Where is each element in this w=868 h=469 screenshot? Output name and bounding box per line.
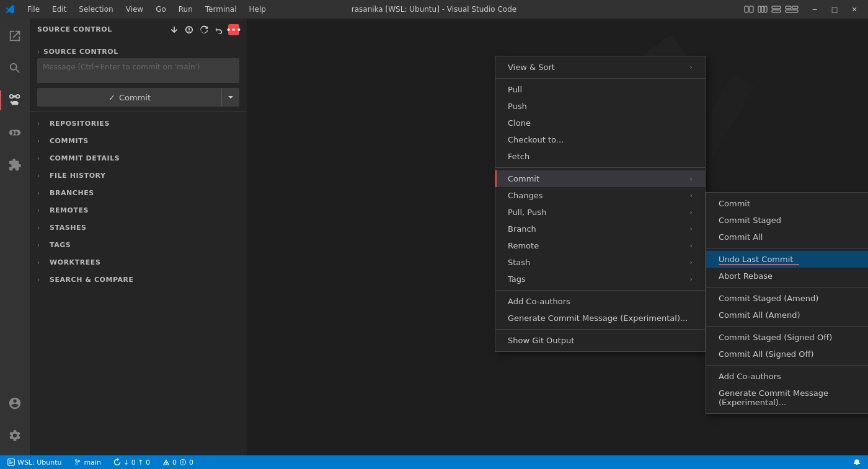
menu-fetch[interactable]: Fetch: [495, 148, 705, 165]
statusbar-warnings[interactable]: 0 0: [160, 455, 196, 469]
menu-show-git-output[interactable]: Show Git Output: [495, 332, 705, 349]
commit-button[interactable]: ✓ Commit: [38, 89, 221, 106]
commit-message-input[interactable]: Message (Ctrl+Enter to commit on 'main'): [37, 58, 239, 83]
submenu-generate-commit[interactable]: Generate Commit Message (Experimental)..…: [706, 385, 868, 411]
commit-submenu: Commit Commit Staged Commit All Undo Las…: [706, 192, 868, 414]
submenu-commit-staged-signed[interactable]: Commit Staged (Signed Off): [706, 329, 868, 346]
statusbar: WSL: Ubuntu main ↓ 0 ↑ 0 0 0: [0, 455, 868, 469]
menu-generate-commit[interactable]: Generate Commit Message (Experimental)..…: [495, 310, 705, 327]
sidebar: SOURCE CONTROL •••: [30, 19, 247, 455]
tree-label-commits: COMMITS: [50, 137, 89, 145]
submenu-commit-staged-amend[interactable]: Commit Staged (Amend): [706, 290, 868, 307]
tree-item-file-history[interactable]: › FILE HISTORY: [30, 167, 247, 184]
submenu-commit-staged[interactable]: Commit Staged: [706, 212, 868, 229]
statusbar-wsl[interactable]: WSL: Ubuntu: [5, 455, 64, 469]
menu-checkout[interactable]: Checkout to...: [495, 131, 705, 148]
menu-add-coauthors[interactable]: Add Co-authors: [495, 293, 705, 310]
submenu-undo-last-commit[interactable]: Undo Last Commit: [706, 251, 868, 268]
error-icon: [179, 458, 187, 466]
menu-view-sort-arrow: ›: [690, 63, 693, 71]
menu-selection[interactable]: Selection: [74, 4, 118, 15]
tree-item-stashes[interactable]: › STASHES: [30, 219, 247, 236]
tree-label-file-history: FILE HISTORY: [50, 172, 105, 180]
tree-item-worktrees[interactable]: › WORKTREES: [30, 253, 247, 271]
menu-terminal[interactable]: Terminal: [200, 4, 242, 15]
menu-view-sort[interactable]: View & Sort ›: [495, 59, 705, 76]
submenu-commit-all[interactable]: Commit All: [706, 229, 868, 245]
tree-label-remotes: REMOTES: [50, 206, 89, 214]
menu-file[interactable]: File: [22, 4, 45, 15]
statusbar-wsl-label: WSL: Ubuntu: [17, 458, 61, 467]
menu-push[interactable]: Push: [495, 98, 705, 115]
activity-search[interactable]: [0, 53, 30, 83]
menu-edit[interactable]: Edit: [47, 4, 71, 15]
menu-show-git-output-label: Show Git Output: [508, 336, 574, 345]
submenu-commit-all-amend[interactable]: Commit All (Amend): [706, 307, 868, 323]
tree-chevron-branches: ›: [37, 190, 46, 196]
close-button[interactable]: ✕: [846, 3, 863, 15]
menu-help[interactable]: Help: [244, 4, 271, 15]
tree-chevron-tags: ›: [37, 242, 46, 248]
submenu-abort-rebase[interactable]: Abort Rebase: [706, 268, 868, 284]
menu-pull[interactable]: Pull: [495, 81, 705, 98]
statusbar-sync[interactable]: ↓ 0 ↑ 0: [111, 455, 153, 469]
sidebar-action-discard[interactable]: [184, 24, 195, 35]
tree-item-commits[interactable]: › COMMITS: [30, 132, 247, 149]
statusbar-notifications[interactable]: [851, 455, 863, 469]
sidebar-action-changes[interactable]: [169, 24, 180, 35]
menu-commit[interactable]: Commit ›: [495, 170, 705, 187]
tree-item-branches[interactable]: › BRANCHES: [30, 184, 247, 201]
tree-chevron-repositories: ›: [37, 120, 46, 127]
tree-item-remotes[interactable]: › REMOTES: [30, 201, 247, 219]
menu-branch[interactable]: Branch ›: [495, 221, 705, 237]
menu-run[interactable]: Run: [174, 4, 198, 15]
menu-remote[interactable]: Remote ›: [495, 237, 705, 254]
menu-view[interactable]: View: [121, 4, 148, 15]
activity-bar: [0, 19, 30, 455]
menu-commit-arrow: ›: [690, 175, 693, 183]
layout-icons: [744, 3, 804, 15]
commit-dropdown-button[interactable]: [221, 89, 239, 106]
statusbar-left: WSL: Ubuntu main ↓ 0 ↑ 0 0 0: [5, 455, 196, 469]
activity-run[interactable]: [0, 118, 30, 147]
statusbar-branch[interactable]: main: [71, 455, 103, 469]
tree-item-search-compare[interactable]: › SEARCH & COMPARE: [30, 271, 247, 288]
layout-3-icon[interactable]: [771, 5, 781, 14]
wsl-icon: [7, 458, 15, 466]
menu-pull-push[interactable]: Pull, Push ›: [495, 204, 705, 221]
titlebar-left: File Edit Selection View Go Run Terminal…: [5, 4, 271, 15]
submenu-commit-all-signed[interactable]: Commit All (Signed Off): [706, 346, 868, 362]
menu-go[interactable]: Go: [151, 4, 171, 15]
commit-button-row: ✓ Commit: [37, 88, 239, 107]
submenu-add-coauthors[interactable]: Add Co-authors: [706, 368, 868, 385]
menu-fetch-label: Fetch: [508, 152, 529, 161]
activity-source-control[interactable]: [0, 85, 30, 115]
activity-settings[interactable]: [0, 421, 30, 450]
layout-2-icon[interactable]: [758, 5, 768, 14]
editor-area: View & Sort › Pull Push Clone Checkout t…: [247, 19, 868, 455]
sidebar-action-undo[interactable]: [213, 24, 224, 35]
submenu-commit-label: Commit: [719, 199, 750, 208]
minimize-button[interactable]: ─: [806, 3, 823, 15]
menu-tags[interactable]: Tags ›: [495, 271, 705, 287]
tree-item-repositories[interactable]: › REPOSITORIES: [30, 115, 247, 132]
activity-account[interactable]: [0, 388, 30, 418]
layout-4-icon[interactable]: [785, 5, 799, 14]
layout-1-icon[interactable]: [744, 5, 754, 14]
sidebar-action-more[interactable]: •••: [228, 24, 239, 35]
sidebar-action-refresh[interactable]: [198, 24, 210, 35]
maximize-button[interactable]: □: [826, 3, 843, 15]
menu-branch-label: Branch: [508, 224, 536, 234]
activity-extensions[interactable]: [0, 150, 30, 180]
svg-rect-9: [786, 10, 798, 12]
activity-explorer[interactable]: [0, 21, 30, 51]
tree-item-tags[interactable]: › TAGS: [30, 236, 247, 253]
menu-stash[interactable]: Stash ›: [495, 254, 705, 271]
tree-item-commit-details[interactable]: › COMMIT DETAILS: [30, 149, 247, 167]
svg-rect-4: [764, 6, 767, 12]
menu-clone[interactable]: Clone: [495, 115, 705, 131]
submenu-commit[interactable]: Commit: [706, 195, 868, 212]
svg-rect-5: [772, 6, 781, 9]
menu-changes[interactable]: Changes ›: [495, 187, 705, 204]
menu-generate-commit-label: Generate Commit Message (Experimental)..…: [508, 313, 688, 323]
